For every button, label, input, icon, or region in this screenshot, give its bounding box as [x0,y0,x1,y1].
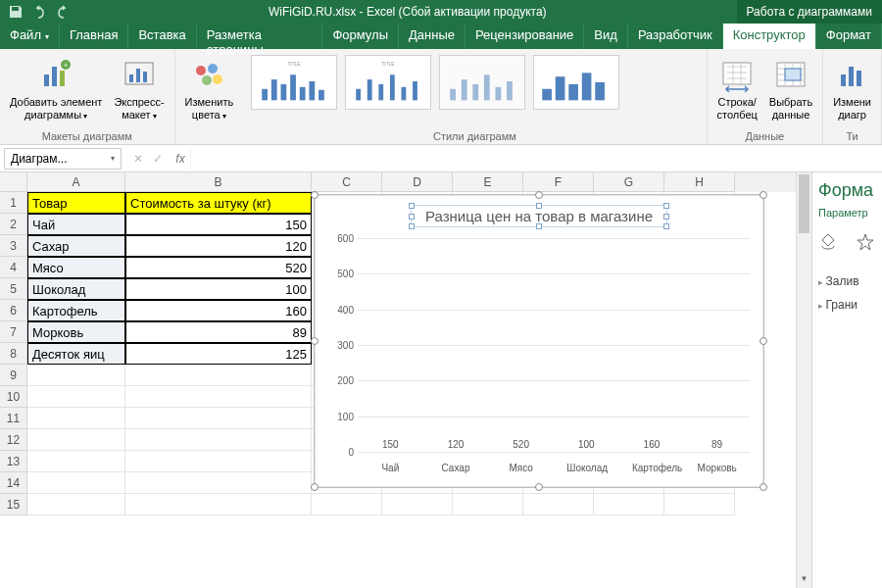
resize-handle[interactable] [311,483,318,491]
tab-review[interactable]: Рецензирование [466,24,584,49]
bar-Чай[interactable]: 150 [370,439,410,452]
worksheet[interactable]: A B C D E F G H 123456789101112131415 То… [0,172,811,588]
cell[interactable] [27,386,125,408]
cell[interactable]: 160 [125,300,312,321]
rowhdr-6[interactable]: 6 [0,300,27,321]
tab-pagelayout[interactable]: Разметка страницы [197,24,323,49]
colhdr-d[interactable]: D [382,172,453,192]
tab-file[interactable]: Файл [0,24,60,49]
cell[interactable] [125,494,312,515]
tab-format[interactable]: Формат [816,24,882,49]
resize-handle[interactable] [760,483,767,491]
add-chart-element-button[interactable]: + Добавить элемент диаграммы [6,53,106,122]
chart-style-3[interactable] [439,55,525,110]
resize-handle[interactable] [311,337,318,345]
formula-input[interactable] [190,148,882,170]
cell[interactable]: 100 [125,278,312,300]
chart-styles-gallery[interactable]: TITLE TITLE [249,53,700,112]
rowhdr-1[interactable]: 1 [0,192,27,214]
cell[interactable]: 120 [125,235,312,257]
cell[interactable]: Чай [27,214,125,235]
resize-handle[interactable] [760,337,767,345]
cell[interactable] [664,494,735,515]
tab-formulas[interactable]: Формулы [322,24,399,49]
rowhdr-8[interactable]: 8 [0,343,27,365]
tab-data[interactable]: Данные [399,24,466,49]
vertical-scrollbar[interactable]: ▲ ▼ [796,172,811,588]
colhdr-b[interactable]: B [125,172,312,192]
cell[interactable] [125,386,312,408]
bar-Картофель[interactable]: 160 [632,439,671,452]
tab-home[interactable]: Главная [60,24,128,49]
chart-title[interactable]: Разница цен на товар в магазине [315,195,763,231]
rowhdr-11[interactable]: 11 [0,408,27,429]
cell[interactable] [27,408,125,429]
cell[interactable]: Картофель [27,300,125,321]
cell[interactable] [27,365,125,386]
change-chart-type-button[interactable]: Измени диагр [829,53,875,122]
cell[interactable]: Товар [27,192,125,214]
colhdr-h[interactable]: H [664,172,735,192]
effects-icon[interactable] [856,232,875,255]
cell[interactable] [27,494,125,515]
cell[interactable]: Мясо [27,257,125,278]
rowhdr-10[interactable]: 10 [0,386,27,408]
chart-plot-area[interactable]: 0100200300400500600 15012052010016089 [358,238,750,452]
tab-design[interactable]: Конструктор [723,24,816,49]
cell[interactable]: Стоимость за штуку (кг) [125,192,312,214]
fx-icon[interactable]: fx [171,152,190,166]
cell[interactable] [312,494,382,515]
cell[interactable] [382,494,453,515]
chart-style-1[interactable]: TITLE [251,55,337,110]
section-fill[interactable]: Залив [818,274,876,288]
cell[interactable] [125,365,312,386]
colhdr-g[interactable]: G [594,172,664,192]
cell[interactable]: 150 [125,214,312,235]
select-data-button[interactable]: Выбрать данные [765,53,816,122]
redo-icon[interactable] [55,4,71,20]
colhdr-c[interactable]: C [312,172,382,192]
rowhdr-4[interactable]: 4 [0,257,27,278]
cancel-icon[interactable]: ✕ [133,152,143,166]
cell[interactable] [594,494,664,515]
cell[interactable] [125,472,312,494]
bar-Сахар[interactable]: 120 [436,439,475,452]
cell[interactable]: Десяток яиц [27,343,125,365]
scroll-down-icon[interactable]: ▼ [797,574,811,588]
cell[interactable] [125,429,312,451]
switch-row-column-button[interactable]: Строка/ столбец [713,53,761,122]
cell[interactable] [523,494,594,515]
resize-handle[interactable] [535,483,543,491]
cell[interactable] [125,408,312,429]
rowhdr-3[interactable]: 3 [0,235,27,257]
select-all-triangle[interactable] [0,172,27,192]
colhdr-e[interactable]: E [453,172,523,192]
rowhdr-12[interactable]: 12 [0,429,27,451]
scroll-thumb[interactable] [799,174,809,233]
save-icon[interactable] [8,4,24,20]
rowhdr-13[interactable]: 13 [0,451,27,472]
quick-layout-button[interactable]: Экспресс- макет [110,53,168,122]
cell[interactable]: Шоколад [27,278,125,300]
bar-Мясо[interactable]: 520 [502,439,541,452]
cell[interactable]: 520 [125,257,312,278]
chart-style-2[interactable]: TITLE [345,55,431,110]
tab-insert[interactable]: Вставка [128,24,196,49]
cell[interactable]: 89 [125,321,312,343]
bar-Морковь[interactable]: 89 [698,439,737,452]
section-border[interactable]: Грани [818,298,876,312]
cell[interactable] [453,494,523,515]
cell[interactable]: 125 [125,343,312,365]
tab-view[interactable]: Вид [584,24,628,49]
rowhdr-9[interactable]: 9 [0,365,27,386]
name-box[interactable]: Диаграм... [4,148,122,170]
enter-icon[interactable]: ✓ [153,152,163,166]
rowhdr-7[interactable]: 7 [0,321,27,343]
chart-object[interactable]: Разница цен на товар в магазине 01002003… [314,194,764,488]
rowhdr-14[interactable]: 14 [0,472,27,494]
cell[interactable]: Сахар [27,235,125,257]
cell[interactable] [27,472,125,494]
cell[interactable] [27,429,125,451]
tab-developer[interactable]: Разработчик [628,24,723,49]
colhdr-a[interactable]: A [27,172,125,192]
